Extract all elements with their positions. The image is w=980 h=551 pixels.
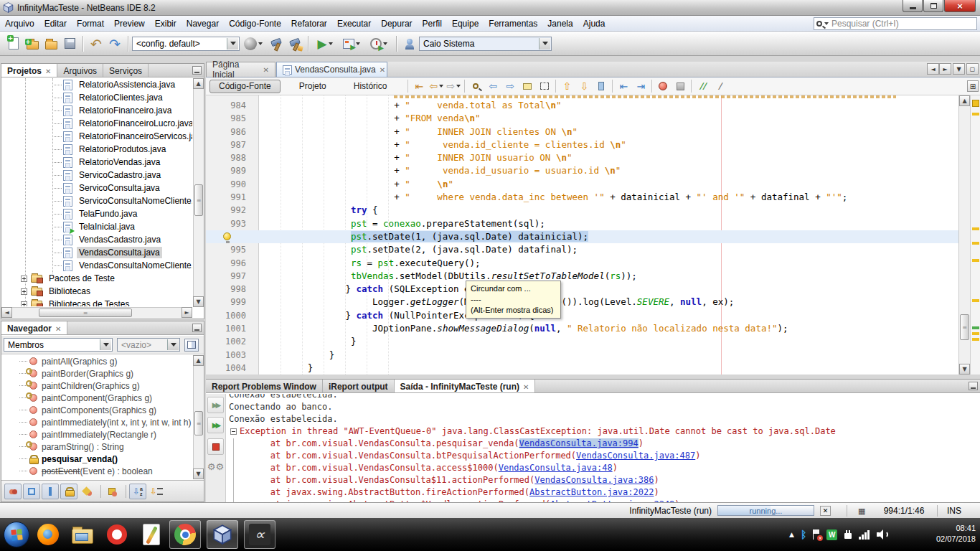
maximize-button[interactable]: [923, 0, 943, 12]
save-all-button[interactable]: [60, 34, 79, 53]
code-line[interactable]: 992 try {: [206, 204, 958, 217]
menu-janela[interactable]: Janela: [542, 17, 578, 31]
expand-icon[interactable]: [21, 276, 27, 282]
last-edit-location-icon[interactable]: ⇤: [410, 79, 428, 93]
show-non-public-button[interactable]: [60, 484, 77, 499]
stacktrace-link[interactable]: AbstractButton.java:2022: [529, 487, 654, 497]
code-line[interactable]: 1004 }: [206, 362, 958, 375]
code-line[interactable]: 991 + " where venda.data_inc between '" …: [206, 191, 958, 204]
user-button[interactable]: [400, 34, 419, 53]
scroll-right-icon[interactable]: ►: [182, 307, 192, 318]
maximize-editor-icon[interactable]: ▢: [966, 63, 979, 75]
member-item[interactable]: paramString() : String: [2, 441, 192, 453]
code-line[interactable]: pst.setDate(1, (java.sql.Date) datainici…: [206, 230, 958, 243]
tab-list-dropdown-icon[interactable]: ▼: [953, 63, 965, 75]
bean-patterns-button[interactable]: [184, 339, 199, 352]
code-line[interactable]: 997 tbVendas.setModel(DbUtils.resultSetT…: [206, 270, 958, 283]
members-combobox[interactable]: Membros: [4, 338, 113, 352]
config-dropdown-icon[interactable]: [227, 38, 238, 50]
view-codigo-fonte-button[interactable]: Código-Fonte: [209, 80, 281, 93]
new-project-button[interactable]: +: [23, 34, 42, 53]
start-button[interactable]: [4, 522, 29, 547]
menu-ajuda[interactable]: Ajuda: [578, 17, 611, 31]
find-selection-icon[interactable]: [467, 79, 484, 93]
menu-preview[interactable]: Preview: [109, 17, 150, 31]
bluetooth-icon[interactable]: ᛒ: [801, 529, 806, 540]
scroll-up-icon[interactable]: ▲: [193, 78, 204, 89]
hidden-icons-button[interactable]: ▲: [789, 531, 794, 538]
tree-file-item[interactable]: RelatorioProdutos.java: [2, 143, 192, 156]
rectangular-selection-icon[interactable]: [536, 79, 553, 93]
record-macro-icon[interactable]: [654, 79, 672, 93]
error-stripe[interactable]: [970, 95, 980, 375]
scroll-down-icon[interactable]: ▼: [193, 296, 204, 307]
show-static-members-button[interactable]: [42, 484, 59, 499]
scroll-tabs-left-icon[interactable]: ◄: [927, 63, 939, 75]
minimize-panel-button[interactable]: [969, 382, 978, 390]
code-line[interactable]: 1003 }: [206, 349, 958, 362]
redo-button[interactable]: ↷: [105, 34, 124, 53]
tree-vertical-scrollbar[interactable]: ▲ ▼ ≡: [193, 78, 204, 307]
next-bookmark-icon[interactable]: ⇩: [575, 79, 593, 93]
editor-vertical-scrollbar[interactable]: ▲ ▼ ≡: [958, 95, 970, 375]
build-button[interactable]: [267, 34, 286, 53]
tree-folder-item[interactable]: Pacotes de Teste: [2, 272, 192, 285]
tree-file-item[interactable]: RelatorioAssistencia.java: [2, 78, 192, 91]
back-icon[interactable]: ⇦: [428, 79, 445, 93]
scroll-up-icon[interactable]: ▲: [193, 355, 204, 366]
hint-lightbulb-icon[interactable]: [206, 230, 259, 243]
search-box[interactable]: Pesquisar (Ctrl+I): [814, 17, 977, 30]
tree-file-item[interactable]: ServicoCadastro.java: [2, 169, 192, 182]
dropdown-icon[interactable]: [167, 339, 179, 350]
expand-icon[interactable]: [21, 288, 27, 295]
previous-bookmark-icon[interactable]: ⇧: [558, 79, 575, 93]
next-occurrence-icon[interactable]: ⇨: [501, 79, 519, 93]
member-item[interactable]: paintComponent(Graphics g): [2, 392, 192, 404]
open-project-button[interactable]: [42, 34, 60, 53]
close-icon[interactable]: ✕: [380, 66, 385, 74]
stop-build-button[interactable]: [207, 438, 224, 455]
scroll-tabs-right-icon[interactable]: ►: [939, 63, 951, 75]
tree-file-item[interactable]: RelatorioFinanceiroServicos.java: [2, 130, 192, 143]
stop-macro-icon[interactable]: [672, 79, 689, 93]
menu-ferramentas[interactable]: Ferramentas: [484, 17, 542, 31]
sort-source-button[interactable]: ⇩: [148, 484, 165, 499]
uncomment-icon[interactable]: /: [711, 79, 728, 93]
menu-format[interactable]: Format: [72, 17, 109, 31]
user-dropdown-icon[interactable]: [539, 38, 550, 50]
code-line[interactable]: 984 + " venda.total as Total\n": [206, 99, 958, 112]
code-lines[interactable]: 984 + " venda.total as Total\n"985 + "FR…: [206, 99, 958, 375]
code-line[interactable]: 1002 }: [206, 335, 958, 348]
forward-icon[interactable]: ⇨: [445, 79, 462, 93]
taskbar-firefox-button[interactable]: [36, 522, 60, 547]
deploy-button[interactable]: [240, 34, 267, 53]
wamp-icon[interactable]: W: [826, 529, 837, 540]
split-document-icon[interactable]: ⊞: [967, 80, 979, 92]
member-item[interactable]: paintImmediately(Rectangle r): [2, 428, 192, 441]
filter-diamond-button[interactable]: [79, 484, 96, 499]
user-combobox[interactable]: Caio Sistema: [419, 37, 552, 51]
code-line[interactable]: 986 + " INNER JOIN clientes ON \n": [206, 126, 958, 138]
tab-ireport-output[interactable]: iReport output: [323, 380, 395, 392]
member-item[interactable]: paintAll(Graphics g): [2, 355, 192, 367]
tab-servicos[interactable]: Serviços: [103, 64, 149, 77]
menu-depurar[interactable]: Depurar: [376, 17, 417, 31]
close-icon[interactable]: ✕: [263, 66, 269, 74]
code-line[interactable]: 999 Logger.getLogger(Main.class.getName(…: [206, 296, 958, 309]
taskbar-opera-button[interactable]: [105, 522, 129, 547]
menu-refatorar[interactable]: Refatorar: [286, 17, 332, 31]
scrollbar-thumb[interactable]: ≡: [960, 314, 969, 340]
profile-button[interactable]: [365, 34, 392, 53]
scrollbar-thumb[interactable]: ≡: [39, 309, 132, 317]
fold-collapse-icon[interactable]: [230, 428, 237, 435]
previous-occurrence-icon[interactable]: ⇦: [484, 79, 501, 93]
rerun-with-params-button[interactable]: ▶▶: [207, 417, 224, 433]
minimize-panel-button[interactable]: [192, 66, 202, 75]
tree-folder-item[interactable]: Bibliotecas: [2, 285, 192, 298]
view-projeto-button[interactable]: Projeto: [291, 80, 335, 93]
expand-icon[interactable]: [21, 301, 27, 307]
tab-navegador[interactable]: Navegador✕: [1, 321, 67, 334]
scroll-left-icon[interactable]: ◄: [1, 307, 12, 318]
stacktrace-link[interactable]: VendasConsulta.java:48: [499, 463, 613, 473]
tree-file-item[interactable]: ServicoConsultaNomeCliente.java: [2, 194, 192, 207]
